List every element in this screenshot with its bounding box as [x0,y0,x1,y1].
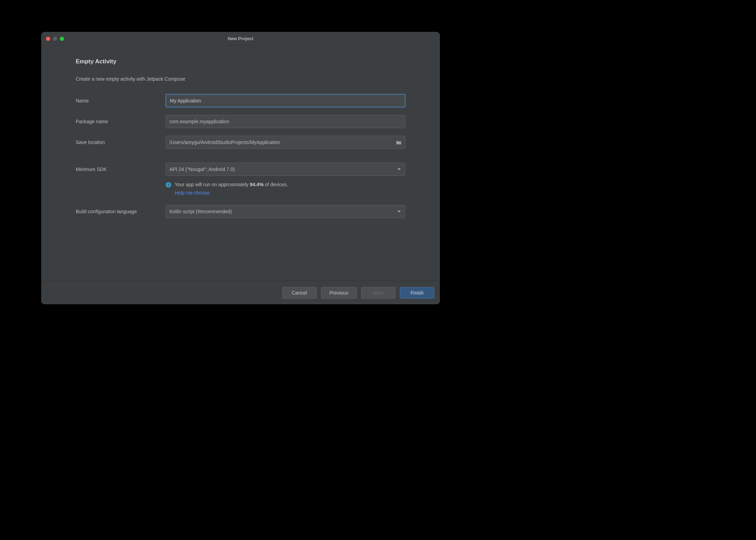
window-title: New Project [41,36,440,41]
minimum-sdk-value: API 24 ("Nougat"; Android 7.0) [169,166,235,172]
build-config-language-select[interactable]: Kotlin script (Recommended) [166,205,405,218]
close-icon[interactable] [46,37,50,41]
save-location-label: Save location [76,140,166,145]
maximize-icon[interactable] [60,37,64,41]
form-row-name: Name [76,94,405,107]
minimize-icon [53,37,57,41]
finish-button[interactable]: Finish [400,287,434,299]
name-input[interactable] [166,94,405,107]
browse-folder-icon[interactable] [396,140,402,145]
page-description: Create a new empty activity with Jetpack… [76,76,405,82]
form-row-location: Save location [76,136,405,149]
info-icon: i [166,182,171,188]
window-controls [41,37,64,41]
chevron-down-icon [397,169,401,170]
minimum-sdk-select[interactable]: API 24 ("Nougat"; Android 7.0) [166,163,405,176]
name-label: Name [76,98,166,104]
minimum-sdk-label: Minimum SDK [76,166,166,172]
page-title: Empty Activity [76,58,405,65]
dialog-footer: Cancel Previous Next Finish [41,281,440,304]
save-location-input[interactable] [166,136,405,149]
previous-button[interactable]: Previous [321,287,357,299]
chevron-down-icon [397,210,401,212]
package-name-input[interactable] [166,115,405,128]
next-button: Next [361,287,396,299]
form-row-buildlang: Build configuration language Kotlin scri… [76,205,405,218]
form-row-minsdk: Minimum SDK API 24 ("Nougat"; Android 7.… [76,163,405,176]
build-config-language-label: Build configuration language [76,209,166,214]
form-row-package: Package name [76,115,405,128]
help-me-choose-link[interactable]: Help me choose [175,189,405,197]
sdk-info-row: i Your app will run on approximately 94.… [76,181,405,197]
titlebar: New Project [41,32,440,46]
device-coverage-text: Your app will run on approximately 94.4%… [175,181,288,189]
build-config-language-value: Kotlin script (Recommended) [169,209,232,214]
cancel-button[interactable]: Cancel [282,287,317,299]
new-project-dialog: New Project Empty Activity Create a new … [41,32,440,304]
package-name-label: Package name [76,119,166,124]
dialog-content: Empty Activity Create a new empty activi… [41,46,440,281]
